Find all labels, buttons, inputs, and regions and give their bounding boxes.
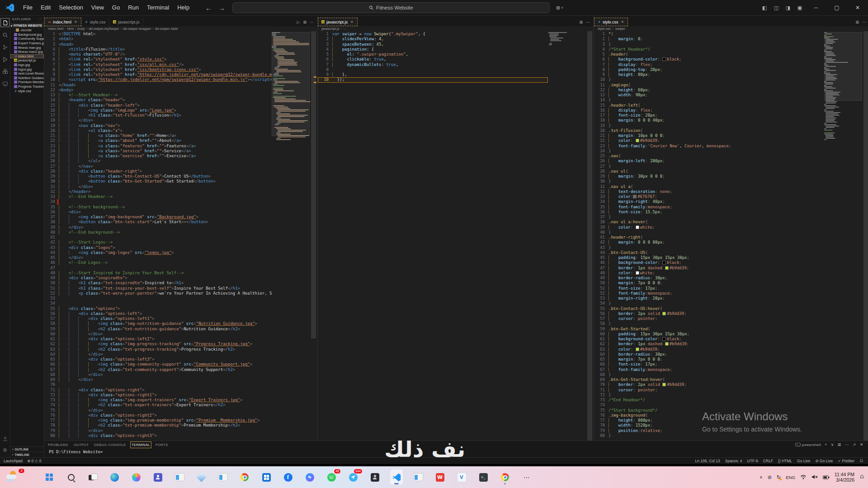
panel-action-icon[interactable]: ↗ — [853, 442, 856, 447]
customize-layout-icon[interactable]: ▣ — [794, 5, 806, 11]
menu-file[interactable]: File — [19, 2, 37, 13]
panel-action-icon[interactable]: ✕ — [860, 442, 863, 447]
settings-icon[interactable]: ⚙ — [1, 446, 9, 454]
menu-run[interactable]: Run — [124, 2, 143, 13]
tab-style.css[interactable]: #style.css✕ — [594, 18, 628, 26]
editor-action-icon[interactable]: ⋯ — [310, 20, 314, 24]
file-progress-tracking.jpg[interactable]: Progress Tracking.jpg — [10, 84, 44, 89]
forward-arrow-icon[interactable]: → — [218, 4, 225, 12]
do-not-disturb-icon[interactable]: ⊘ — [768, 474, 772, 480]
messenger-icon[interactable] — [303, 469, 316, 485]
start-icon[interactable] — [43, 469, 56, 485]
scrollbar[interactable] — [586, 31, 594, 441]
task-view-icon[interactable] — [86, 469, 99, 485]
visual-studio-icon[interactable]: V — [455, 469, 468, 485]
close-tab-icon[interactable]: ✕ — [350, 20, 354, 24]
remote-icon[interactable] — [1, 80, 9, 87]
menu-help[interactable]: Help — [173, 2, 193, 13]
back-arrow-icon[interactable]: ← — [205, 4, 212, 12]
explorer-more-icon[interactable]: ⋯ — [39, 17, 42, 21]
wps-office-icon[interactable]: W — [434, 469, 446, 485]
status-item[interactable]: UTF-8 — [747, 459, 758, 463]
file-next-level-fitness-spa...[interactable]: next-Level fitness Spa... — [10, 71, 44, 76]
teams-icon[interactable] — [151, 469, 164, 485]
notification-center-icon[interactable] — [859, 473, 864, 481]
status-item[interactable]: CRLF — [763, 459, 773, 463]
tab-style.css[interactable]: #style.css — [81, 18, 110, 26]
close-tab-icon[interactable]: ✕ — [74, 20, 77, 24]
clock[interactable]: 11:44 PM3/4/2026 — [835, 472, 854, 483]
maximize-button[interactable]: ▢ — [826, 0, 847, 15]
file-logo.jpg[interactable]: logo.jpg — [10, 63, 44, 67]
root-folder[interactable]: ∨ FITNESS WEBSITE — [10, 23, 44, 28]
wifi-icon[interactable] — [800, 473, 807, 481]
shell-selector[interactable]: >_powershell — [795, 443, 821, 447]
search-icon[interactable] — [65, 469, 77, 485]
file-nutrition-guidance.jpg[interactable]: Nutrition Guidance.jpg — [10, 76, 44, 80]
panel-action-icon[interactable]: + — [825, 442, 827, 447]
battery-icon[interactable] — [823, 473, 830, 481]
status-item[interactable]: Go Live — [797, 459, 810, 463]
minimize-button[interactable]: ─ — [806, 0, 826, 15]
menu-terminal[interactable]: Terminal — [143, 2, 173, 13]
3d-viewer-icon[interactable] — [195, 469, 208, 485]
sync-icon[interactable]: ↻ — [777, 474, 781, 480]
terminal-prompt[interactable]: PS D:\Fitness Website> — [44, 448, 868, 457]
editor-action-icon[interactable]: ⊞ — [303, 20, 307, 24]
panel-tab-output[interactable]: OUTPUT — [74, 443, 89, 447]
status-item[interactable]: ✓ Prettier — [838, 459, 854, 463]
breadcrumb[interactable]: index.html›html›body›div.swiper.mySwiper… — [44, 26, 317, 31]
editor-action-icon[interactable]: ▷ — [297, 20, 300, 24]
scrollbar[interactable] — [862, 31, 868, 441]
panel-layout-icon[interactable]: ⊞∨ — [556, 5, 563, 11]
facebook-icon[interactable]: f — [282, 469, 294, 485]
blue-window-app-icon[interactable] — [412, 469, 425, 485]
menu-edit[interactable]: Edit — [37, 2, 55, 13]
photos-app-icon[interactable] — [368, 469, 381, 485]
explorer-icon[interactable] — [1, 19, 9, 26]
close-tab-icon[interactable]: ✕ — [621, 20, 624, 24]
file-logos.jpg[interactable]: logos.jpg — [10, 67, 44, 71]
code-editor-js[interactable]: 1var swiper = new Swiper(".mySwiper", {2… — [318, 31, 594, 441]
toggle-panel-icon[interactable]: ◫ — [770, 5, 782, 11]
tab-javascript.js[interactable]: JSjavascript.js — [109, 18, 143, 26]
file-style.css[interactable]: #style.css — [10, 89, 44, 93]
vscode-icon[interactable] — [390, 469, 403, 485]
volume-muted-icon[interactable] — [811, 473, 818, 481]
run-debug-icon[interactable] — [1, 56, 9, 63]
editor-action-icon[interactable]: ⋯ — [862, 20, 866, 24]
panel-tab-ports[interactable]: PORTS — [156, 443, 168, 447]
tab-javascript.js[interactable]: JSjavascript.js✕ — [318, 18, 358, 26]
status-item[interactable]: Spaces: 4 — [725, 459, 742, 463]
editor-action-icon[interactable]: ⋯ — [586, 20, 590, 24]
more-apps-icon[interactable]: ⋯ — [520, 469, 533, 485]
minimap[interactable] — [824, 32, 862, 141]
file-index.html[interactable]: <>index.html — [10, 54, 44, 59]
file-fitness-man2.jpg[interactable]: fitness man2.jpg — [10, 50, 44, 54]
editor-action-icon[interactable]: ⊞ — [855, 20, 859, 24]
editor-action-icon[interactable]: ⊞ — [579, 20, 583, 24]
code-editor-css[interactable]: 1*{2 margin: 0;3}4/*Start Headear*/5.hea… — [594, 31, 868, 441]
notepad-icon[interactable] — [173, 469, 186, 485]
window-app-icon[interactable] — [217, 469, 229, 485]
whatsapp-icon[interactable]: ☏45 — [325, 469, 338, 485]
file-expert-trainers.jpg[interactable]: Expert Trainers.jpg — [10, 41, 44, 46]
panel-tab-terminal[interactable]: TERMINAL — [132, 443, 150, 447]
menu-go[interactable]: Go — [108, 2, 124, 13]
file-javascript.js[interactable]: JSjavascript.js — [10, 58, 44, 63]
code-editor-html[interactable]: 1<!DOCTYPE html>2<html>3<head>4 <title>F… — [44, 31, 317, 441]
weather-widget[interactable]: 3 — [4, 469, 22, 485]
account-icon[interactable] — [1, 435, 9, 442]
copilot-icon[interactable] — [130, 469, 142, 485]
extensions-icon[interactable] — [1, 68, 9, 75]
menu-view[interactable]: View — [87, 2, 108, 13]
file-fitness-man.jpg[interactable]: fitness man.jpg — [10, 45, 44, 50]
chrome-icon[interactable] — [238, 469, 251, 485]
file-background.jpg[interactable]: Background.jpg — [10, 33, 44, 37]
tab-index.html[interactable]: <>index.html✕ — [44, 18, 81, 26]
panel-tab-problems[interactable]: PROBLEMS — [48, 443, 68, 447]
status-item[interactable]: {} HTML — [778, 459, 792, 463]
panel-tab-debug-console[interactable]: DEBUG CONSOLE — [94, 443, 126, 447]
timeline-section[interactable]: ›TIMELINE — [10, 452, 44, 457]
minimap[interactable] — [548, 32, 586, 46]
